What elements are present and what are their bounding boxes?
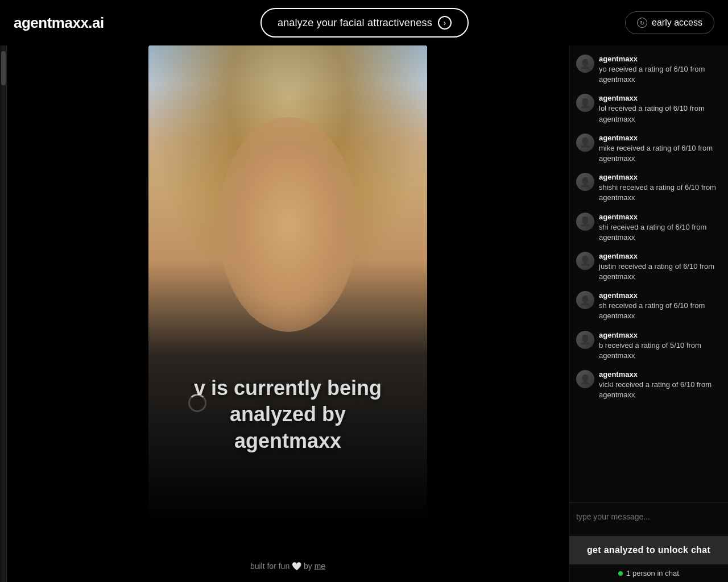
message-username: agentmaxx <box>599 370 721 379</box>
online-dot <box>618 571 623 576</box>
footer-by: by <box>304 562 312 571</box>
chat-message: agentmaxx sh received a rating of 6/10 f… <box>569 286 728 326</box>
online-indicator: 1 person in chat <box>569 564 728 582</box>
analysis-overlay-text: v is currently being analyzed by agentma… <box>148 375 427 455</box>
message-text: shishi received a rating of 6/10 from ag… <box>599 182 721 203</box>
message-content: agentmaxx vicki received a rating of 6/1… <box>599 370 721 400</box>
avatar <box>576 252 594 270</box>
chat-input[interactable] <box>576 510 721 523</box>
avatar <box>576 55 594 73</box>
chat-message: agentmaxx b received a rating of 5/10 fr… <box>569 326 728 365</box>
chat-messages[interactable]: agentmaxx yo received a rating of 6/10 f… <box>569 45 728 502</box>
online-count-text: 1 person in chat <box>626 569 679 577</box>
scrollbar-thumb <box>1 51 6 85</box>
header: agentmaxx.ai analyze your facial attract… <box>0 0 728 45</box>
early-access-button[interactable]: ↻ early access <box>625 11 714 34</box>
message-username: agentmaxx <box>599 173 721 181</box>
message-text: b received a rating of 5/10 from agentma… <box>599 340 721 361</box>
chat-message: agentmaxx shishi received a rating of 6/… <box>569 168 728 207</box>
chat-message: agentmaxx justin received a rating of 6/… <box>569 247 728 286</box>
avatar <box>576 291 594 309</box>
message-content: agentmaxx sh received a rating of 6/10 f… <box>599 291 721 321</box>
avatar <box>576 94 594 112</box>
message-username: agentmaxx <box>599 331 721 339</box>
message-text: lol received a rating of 6/10 from agent… <box>599 103 721 124</box>
message-content: agentmaxx b received a rating of 5/10 fr… <box>599 331 721 361</box>
message-content: agentmaxx lol received a rating of 6/10 … <box>599 94 721 124</box>
chat-message: agentmaxx lol received a rating of 6/10 … <box>569 89 728 128</box>
chat-message: agentmaxx shi received a rating of 6/10 … <box>569 208 728 247</box>
get-analyzed-button[interactable]: get analyzed to unlock chat <box>569 536 728 564</box>
avatar <box>576 331 594 349</box>
analyze-button-label: analyze your facial attractiveness <box>278 17 432 29</box>
message-username: agentmaxx <box>599 134 721 142</box>
message-content: agentmaxx shi received a rating of 6/10 … <box>599 213 721 243</box>
message-text: vicki received a rating of 6/10 from age… <box>599 380 721 400</box>
message-text: sh received a rating of 6/10 from agentm… <box>599 301 721 321</box>
message-content: agentmaxx justin received a rating of 6/… <box>599 252 721 282</box>
early-access-label: early access <box>652 18 702 28</box>
message-username: agentmaxx <box>599 252 721 260</box>
chat-message: agentmaxx yo received a rating of 6/10 f… <box>569 50 728 89</box>
chat-message: agentmaxx mike received a rating of 6/10… <box>569 129 728 168</box>
message-username: agentmaxx <box>599 213 721 221</box>
message-username: agentmaxx <box>599 291 721 300</box>
footer-heart: 🤍 <box>292 562 301 571</box>
logo: agentmaxx.ai <box>14 14 104 32</box>
analyze-button[interactable]: analyze your facial attractiveness › <box>260 8 469 38</box>
message-content: agentmaxx mike received a rating of 6/10… <box>599 134 721 164</box>
footer-prefix: built for fun <box>250 562 289 571</box>
center-content: v is currently being analyzed by agentma… <box>7 45 569 582</box>
left-scrollbar[interactable] <box>0 45 7 582</box>
refresh-icon: ↻ <box>637 18 647 28</box>
message-content: agentmaxx yo received a rating of 6/10 f… <box>599 55 721 85</box>
avatar <box>576 370 594 388</box>
analysis-status-text: v is currently being analyzed by agentma… <box>194 376 382 453</box>
message-content: agentmaxx shishi received a rating of 6/… <box>599 173 721 203</box>
footer-link[interactable]: me <box>315 562 325 571</box>
message-text: justin received a rating of 6/10 from ag… <box>599 261 721 282</box>
message-text: shi received a rating of 6/10 from agent… <box>599 222 721 243</box>
message-username: agentmaxx <box>599 94 721 102</box>
footer: built for fun 🤍 by me <box>250 562 325 571</box>
arrow-right-icon: › <box>438 16 452 30</box>
scrollbar-track <box>1 45 6 582</box>
main-layout: v is currently being analyzed by agentma… <box>0 45 728 582</box>
video-container: v is currently being analyzed by agentma… <box>148 45 427 523</box>
chat-sidebar: agentmaxx yo received a rating of 6/10 f… <box>569 45 728 582</box>
avatar <box>576 213 594 231</box>
message-text: mike received a rating of 6/10 from agen… <box>599 143 721 164</box>
avatar <box>576 134 594 152</box>
chat-message: agentmaxx vicki received a rating of 6/1… <box>569 365 728 405</box>
message-username: agentmaxx <box>599 55 721 63</box>
chat-input-area <box>569 502 728 536</box>
avatar <box>576 173 594 191</box>
message-text: yo received a rating of 6/10 from agentm… <box>599 64 721 85</box>
